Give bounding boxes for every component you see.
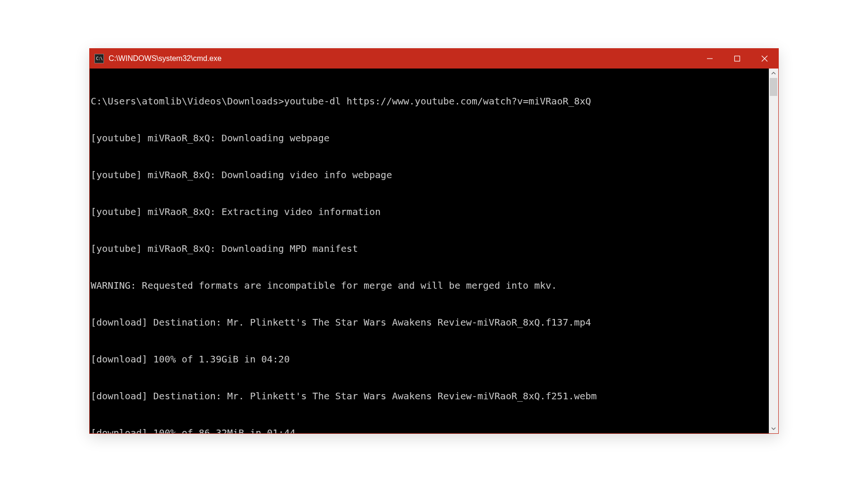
cmd-icon-label: C:\ (96, 57, 102, 61)
minimize-icon (706, 55, 713, 62)
svg-rect-1 (735, 56, 740, 61)
terminal-line: [youtube] miVRaoR_8xQ: Extracting video … (91, 206, 769, 218)
close-button[interactable] (751, 49, 778, 69)
command-text: youtube-dl https://www.youtube.com/watch… (284, 95, 591, 107)
maximize-button[interactable] (723, 49, 751, 69)
chevron-down-icon (771, 426, 776, 431)
scroll-down-button[interactable] (769, 424, 778, 433)
titlebar[interactable]: C:\ C:\WINDOWS\system32\cmd.exe (90, 49, 778, 69)
window-title: C:\WINDOWS\system32\cmd.exe (109, 54, 221, 63)
client-area: C:\Users\atomlib\Videos\Downloads>youtub… (90, 69, 778, 433)
terminal-line: [download] Destination: Mr. Plinkett's T… (91, 390, 769, 402)
scroll-track[interactable] (769, 78, 778, 424)
terminal-line: WARNING: Requested formats are incompati… (91, 279, 769, 292)
terminal-line: [youtube] miVRaoR_8xQ: Downloading MPD m… (91, 242, 769, 255)
close-icon (761, 55, 768, 62)
vertical-scrollbar[interactable] (769, 69, 778, 433)
terminal-line: [download] Destination: Mr. Plinkett's T… (91, 316, 769, 328)
terminal-line: [download] 100% of 86.32MiB in 01:44 (91, 427, 769, 433)
scroll-thumb[interactable] (770, 78, 777, 96)
terminal-line: [youtube] miVRaoR_8xQ: Downloading video… (91, 169, 769, 181)
terminal-line: [download] 100% of 1.39GiB in 04:20 (91, 353, 769, 365)
chevron-up-icon (771, 71, 776, 76)
terminal[interactable]: C:\Users\atomlib\Videos\Downloads>youtub… (90, 69, 769, 433)
maximize-icon (734, 55, 740, 62)
cmd-icon: C:\ (94, 54, 104, 63)
terminal-line: C:\Users\atomlib\Videos\Downloads>youtub… (91, 95, 769, 107)
cmd-window: C:\ C:\WINDOWS\system32\cmd.exe C:\Users… (89, 48, 779, 434)
prompt: C:\Users\atomlib\Videos\Downloads> (91, 95, 284, 107)
minimize-button[interactable] (696, 49, 723, 69)
terminal-line: [youtube] miVRaoR_8xQ: Downloading webpa… (91, 132, 769, 144)
scroll-up-button[interactable] (769, 69, 778, 78)
